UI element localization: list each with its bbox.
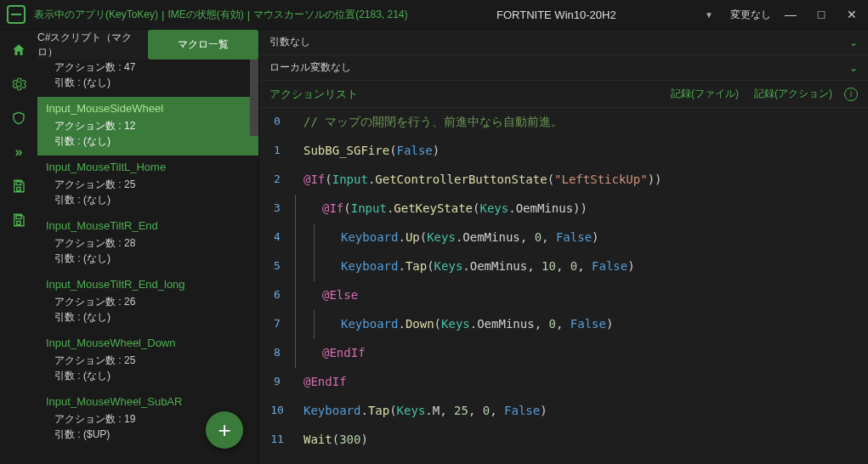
code-line[interactable]: 11Wait(300) xyxy=(259,426,868,455)
line-number: 0 xyxy=(259,115,295,127)
code-line[interactable]: 2@If(Input.GetControllerButtonState("Lef… xyxy=(259,166,868,195)
record-file-button[interactable]: 記録(ファイル) xyxy=(671,87,739,101)
chevron-down-icon[interactable]: ⌄ xyxy=(849,37,858,48)
code-line[interactable]: 6@Else xyxy=(259,281,868,310)
code-editor[interactable]: 0// マップの開閉を行う、前進中なら自動前進。1SubBG_SGFire(Fa… xyxy=(259,108,868,464)
code-line[interactable]: 0// マップの開閉を行う、前進中なら自動前進。 xyxy=(259,108,868,137)
maximize-button[interactable]: □ xyxy=(810,3,832,25)
line-number: 9 xyxy=(259,375,295,388)
macro-args: 引数 : (なし) xyxy=(46,75,250,90)
line-number: 6 xyxy=(259,288,295,301)
list-item-selected[interactable]: Input_MouseSideWheel アクション数 : 12 引数 : (な… xyxy=(37,97,258,156)
editor-panel: 引数なし ⌄ ローカル変数なし ⌄ アクションリスト 記録(ファイル) 記録(ア… xyxy=(259,30,868,464)
macro-list[interactable]: アクション数 : 47 引数 : (なし) Input_MouseSideWhe… xyxy=(37,59,258,464)
code-line[interactable]: 4Keyboard.Up(Keys.OemMinus, 0, False) xyxy=(259,224,868,252)
macro-name: Input_MouseWheel_Down xyxy=(46,337,250,349)
expand-icon[interactable]: » xyxy=(10,144,27,161)
macro-action-count: アクション数 : 12 xyxy=(46,118,250,133)
macro-args: 引数 : (なし) xyxy=(46,192,250,207)
code-line[interactable]: 9@EndIf xyxy=(259,368,868,397)
line-number: 5 xyxy=(259,259,295,272)
args-header[interactable]: 引数なし ⌄ xyxy=(259,30,868,55)
tabs: C#スクリプト（マクロ） マクロ一覧 xyxy=(37,30,258,59)
code-line[interactable]: 7Keyboard.Down(Keys.OemMinus, 0, False) xyxy=(259,310,868,339)
macro-action-count: アクション数 : 25 xyxy=(46,353,250,368)
line-number: 7 xyxy=(259,317,295,330)
locals-label: ローカル変数なし xyxy=(269,60,351,75)
status-active-app: 表示中のアプリ(KeyToKey) xyxy=(34,8,158,22)
status-ime: IMEの状態(有効) xyxy=(167,8,243,22)
list-item[interactable]: Input_MouseTiltL_Homeアクション数 : 25引数 : (なし… xyxy=(37,156,258,214)
code-line[interactable]: 1SubBG_SGFire(False) xyxy=(259,137,868,166)
macro-name: Input_MouseTiltR_End xyxy=(46,219,250,232)
list-item[interactable]: Input_MouseWheel_Downアクション数 : 25引数 : (なし… xyxy=(37,331,258,390)
macro-args: 引数 : (なし) xyxy=(46,309,250,325)
code-line[interactable]: 3@If(Input.GetKeyState(Keys.OemMinus)) xyxy=(259,195,868,224)
add-macro-button[interactable]: + xyxy=(206,411,243,449)
line-number: 3 xyxy=(259,201,295,214)
line-number: 4 xyxy=(259,230,295,243)
save-icon[interactable] xyxy=(10,178,27,195)
line-number: 2 xyxy=(259,173,295,185)
macro-name: Input_MouseTiltL_Home xyxy=(46,161,250,173)
close-button[interactable]: ✕ xyxy=(841,3,863,25)
separator: | xyxy=(247,8,250,21)
macro-name: Input_MouseSideWheel xyxy=(46,102,250,115)
tab-csharp-script[interactable]: C#スクリプト（マクロ） xyxy=(37,30,148,59)
code-line[interactable]: 5Keyboard.Tap(Keys.OemMinus, 10, 0, Fals… xyxy=(259,252,868,281)
macro-action-count: アクション数 : 26 xyxy=(46,294,250,309)
macro-name: Input_MouseTiltR_End_long xyxy=(46,278,250,291)
line-number: 8 xyxy=(259,346,295,359)
macro-args: 引数 : (なし) xyxy=(46,368,250,383)
tab-macro-list[interactable]: マクロ一覧 xyxy=(148,30,258,59)
list-item[interactable]: Input_MouseTiltR_Endアクション数 : 28引数 : (なし) xyxy=(37,214,258,273)
macro-name: Input_MouseWheel_SubAR xyxy=(46,395,250,408)
line-number: 1 xyxy=(259,144,295,156)
app-icon xyxy=(7,5,26,24)
macro-args: 引数 : (なし) xyxy=(46,133,250,149)
actionlist-header: アクションリスト 記録(ファイル) 記録(アクション) i xyxy=(259,81,868,108)
list-item[interactable]: アクション数 : 47 引数 : (なし) xyxy=(37,59,258,97)
window-title: FORTNITE Win10-20H2 xyxy=(408,8,706,21)
locals-header[interactable]: ローカル変数なし ⌄ xyxy=(259,55,868,81)
status-cursor-pos: マウスカーソルの位置(2183, 214) xyxy=(253,8,407,22)
nav-rail: » xyxy=(0,30,37,464)
macro-panel: C#スクリプト（マクロ） マクロ一覧 アクション数 : 47 引数 : (なし)… xyxy=(37,30,259,464)
macro-args: 引数 : (なし) xyxy=(46,251,250,266)
actionlist-title: アクションリスト xyxy=(269,87,358,102)
chevron-down-icon[interactable]: ⌄ xyxy=(849,62,858,74)
code-line[interactable]: 10Keyboard.Tap(Keys.M, 25, 0, False) xyxy=(259,397,868,426)
args-label: 引数なし xyxy=(269,35,310,49)
scrollbar[interactable] xyxy=(250,59,258,464)
macro-action-count: アクション数 : 47 xyxy=(46,59,250,75)
save-alt-icon[interactable] xyxy=(10,212,27,229)
macro-action-count: アクション数 : 28 xyxy=(46,235,250,251)
gear-icon[interactable] xyxy=(10,76,27,93)
record-action-button[interactable]: 記録(アクション) xyxy=(754,87,832,101)
line-number: 11 xyxy=(259,433,295,445)
separator: | xyxy=(162,8,164,21)
scrollbar-thumb[interactable] xyxy=(250,59,258,136)
home-icon[interactable] xyxy=(10,42,27,59)
code-line[interactable]: 8@EndIf xyxy=(259,339,868,368)
line-number: 10 xyxy=(259,404,295,416)
change-status: 変更なし xyxy=(730,8,771,22)
titlebar: 表示中のアプリ(KeyToKey) | IMEの状態(有効) | マウスカーソル… xyxy=(0,0,868,30)
info-icon[interactable]: i xyxy=(844,88,858,101)
list-item[interactable]: Input_MouseTiltR_End_longアクション数 : 26引数 :… xyxy=(37,273,258,331)
minimize-button[interactable]: — xyxy=(780,3,802,25)
macro-action-count: アクション数 : 25 xyxy=(46,177,250,192)
shield-icon[interactable] xyxy=(10,110,27,127)
dropdown-icon[interactable]: ▼ xyxy=(705,10,713,20)
